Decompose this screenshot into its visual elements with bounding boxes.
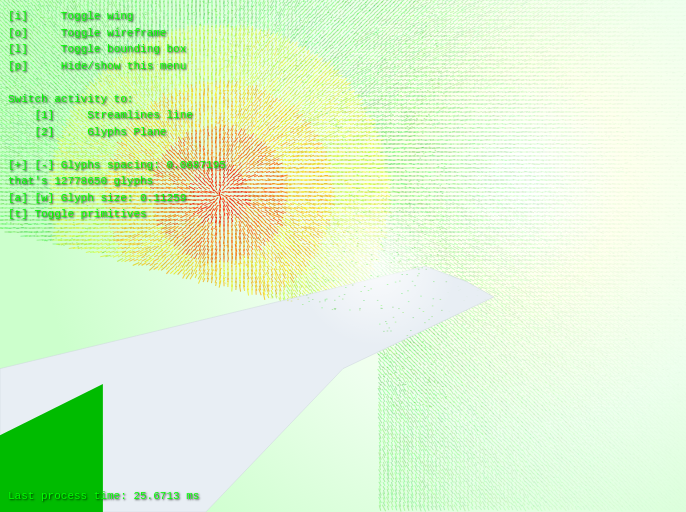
flow-canvas: [0, 0, 686, 512]
cfd-visualization: [i] Toggle wing [o] Toggle wireframe [l]…: [0, 0, 686, 512]
